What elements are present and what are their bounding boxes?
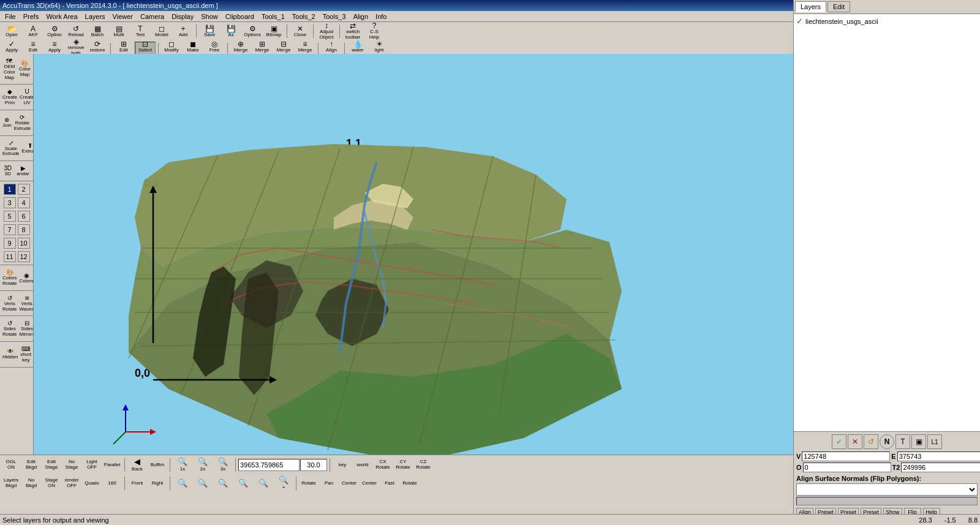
field-t2[interactable] <box>901 463 980 472</box>
btn-buffim[interactable]: Buffim <box>148 456 167 474</box>
btn-join[interactable]: ⊕Join <box>1 113 13 133</box>
btn-160[interactable]: 160 <box>102 475 122 492</box>
btn-extrude[interactable]: ⬆Extrude <box>21 138 34 159</box>
btn-fast[interactable]: Fast <box>380 475 399 492</box>
btn-akf[interactable]: AAKF <box>23 23 43 39</box>
viewport[interactable]: 0,1 1,1 0,0 <box>34 54 793 455</box>
layer-num-4[interactable]: 4 <box>18 197 30 208</box>
layer-num-12[interactable]: 12 <box>18 251 30 262</box>
btn-light-off[interactable]: LightOFF <box>82 456 102 474</box>
btn-layers-on[interactable]: LayersBkgd <box>1 475 21 492</box>
field-e[interactable] <box>897 451 980 461</box>
btn-switch[interactable]: ⇄switch toolbar <box>342 23 363 39</box>
btn-verts-rotate[interactable]: ↺Verts Rotate <box>1 293 18 314</box>
btn-save[interactable]: 💾Save <box>199 23 220 39</box>
btn-option[interactable]: ⚙Option <box>44 23 65 39</box>
btn-zoom-e[interactable]: 🔍 <box>254 475 273 492</box>
ctrl-check-green[interactable]: ✓ <box>832 434 846 449</box>
layer-num-1[interactable]: 1 <box>4 184 16 195</box>
ctrl-t-btn[interactable]: T <box>895 434 910 449</box>
btn-create-prim[interactable]: ◆Create Prim <box>1 87 18 107</box>
btn-parallel[interactable]: Parallel <box>102 456 122 474</box>
menu-viewer[interactable]: Viewer <box>109 12 137 21</box>
btn-ogl-on[interactable]: OGLON <box>1 456 21 474</box>
btn-world[interactable]: world <box>353 456 372 474</box>
layer-num-6[interactable]: 6 <box>18 211 30 222</box>
btn-center-2[interactable]: Center <box>360 475 379 492</box>
ctrl-l1-btn[interactable]: L1 <box>927 434 942 449</box>
layer-num-7[interactable]: 7 <box>4 224 16 235</box>
btn-rotate-3[interactable]: Rotate <box>400 475 420 492</box>
btn-zoom-a[interactable]: 🔍 <box>173 475 192 492</box>
btn-zoom-b[interactable]: 🔍 <box>193 475 213 492</box>
ctrl-close-red[interactable]: ✕ <box>848 434 862 449</box>
btn-zoom-3x[interactable]: 🔍3x <box>213 456 233 474</box>
btn-color-map[interactable]: 🎨Color Map <box>18 56 32 81</box>
btn-adjust-object[interactable]: ↕Adjust Object <box>316 23 337 39</box>
menu-tools1[interactable]: Tools_1 <box>258 12 288 21</box>
btn-bitmap[interactable]: ▣Bitmap <box>263 23 284 39</box>
menu-clipboard[interactable]: Clipboard <box>222 12 258 21</box>
btn-right[interactable]: Right <box>148 475 167 492</box>
tab-layers[interactable]: Layers <box>795 1 826 12</box>
layer-num-5[interactable]: 5 <box>4 211 16 222</box>
btn-view-3d[interactable]: 3D3D <box>2 164 13 178</box>
btn-edit-bkgd[interactable]: EditBkgd <box>21 456 41 474</box>
btn-zoom-plus[interactable]: 🔍+ <box>274 475 293 492</box>
layer-num-9[interactable]: 9 <box>4 238 16 249</box>
btn-create-uv[interactable]: UCreate UV <box>18 87 34 107</box>
btn-andar[interactable]: ▶andar <box>15 164 30 178</box>
btn-key[interactable]: key <box>333 456 352 474</box>
btn-rotate-2[interactable]: Rotate <box>299 475 318 492</box>
btn-render-off[interactable]: renderOFF <box>62 475 81 492</box>
btn-rotate-cx[interactable]: CXRotate <box>373 456 393 474</box>
num-input[interactable] <box>300 459 327 471</box>
btn-rotate-cz[interactable]: CZRotate <box>413 456 433 474</box>
btn-short-key[interactable]: ⌨short key <box>19 344 32 364</box>
menu-tools2[interactable]: Tools_2 <box>288 12 319 21</box>
ctrl-n-btn[interactable]: N <box>880 434 894 449</box>
btn-batch[interactable]: ▦Batch <box>87 23 108 39</box>
btn-text[interactable]: TText <box>130 23 151 39</box>
btn-hidden[interactable]: 👁Hidden <box>1 344 19 364</box>
btn-cshelp[interactable]: ?C-S Help <box>364 23 385 39</box>
menu-tools3[interactable]: Tools_3 <box>319 12 350 21</box>
btn-close[interactable]: ✕Close <box>290 23 311 39</box>
layer-num-10[interactable]: 10 <box>18 238 30 249</box>
btn-sides-mirrors[interactable]: ⊟Sides Mirrors <box>18 319 34 339</box>
menu-display[interactable]: Display <box>168 12 197 21</box>
btn-quads[interactable]: Quads <box>82 475 102 492</box>
btn-add[interactable]: +Add <box>173 23 194 39</box>
menu-camera[interactable]: Camera <box>137 12 168 21</box>
list-item[interactable]: ✓ liechtenstein_usgs_ascii <box>795 15 979 27</box>
btn-stage-on[interactable]: StageON <box>42 475 61 492</box>
layer-num-11[interactable]: 11 <box>4 251 16 262</box>
btn-verts-waves[interactable]: ≋Verts Waves <box>18 293 34 314</box>
layer-num-8[interactable]: 8 <box>18 224 30 235</box>
menu-file[interactable]: File <box>1 12 20 21</box>
btn-zoom-1x[interactable]: 🔍1x <box>173 456 192 474</box>
menu-show[interactable]: Show <box>197 12 222 21</box>
ctrl-refresh-orange[interactable]: ↺ <box>864 434 878 449</box>
menu-info[interactable]: Info <box>372 12 390 21</box>
btn-saveas[interactable]: 💾As <box>221 23 241 39</box>
ctrl-box-btn[interactable]: ▣ <box>911 434 926 449</box>
btn-zoom-d[interactable]: 🔍 <box>233 475 253 492</box>
btn-open[interactable]: 📂Open <box>1 23 22 39</box>
menu-layers[interactable]: Layers <box>81 12 109 21</box>
btn-edit-stage[interactable]: EditStage <box>42 456 61 474</box>
btn-zoom-c[interactable]: 🔍 <box>213 475 233 492</box>
btn-options2[interactable]: ⚙Options <box>242 23 263 39</box>
coord-input[interactable] <box>238 459 300 471</box>
menu-align[interactable]: Align <box>350 12 372 21</box>
btn-sides-rotate[interactable]: ↺Sides Rotate <box>1 319 18 339</box>
layer-num-2[interactable]: 2 <box>18 184 30 195</box>
btn-center-1[interactable]: Center <box>339 475 359 492</box>
align-dropdown[interactable] <box>796 483 978 496</box>
field-v[interactable] <box>802 451 890 461</box>
btn-pan[interactable]: Pan <box>319 475 339 492</box>
btn-multi[interactable]: ▤Multi <box>108 23 129 39</box>
btn-colors-rotate[interactable]: 🎨Colors Rotate <box>1 268 18 288</box>
btn-rotate-extrude[interactable]: ⟳Rotate Extrude <box>13 113 32 133</box>
btn-no-stage[interactable]: NoStage <box>62 456 81 474</box>
